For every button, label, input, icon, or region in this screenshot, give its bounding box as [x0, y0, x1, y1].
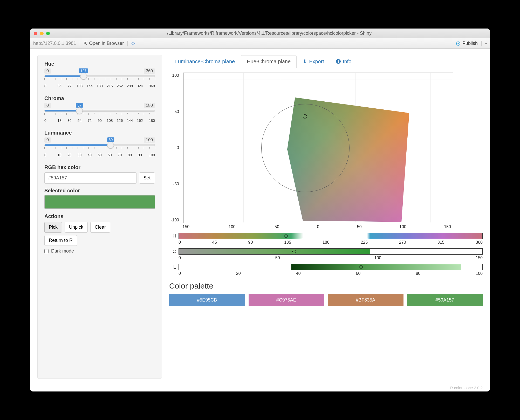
- tab-info-label: Info: [343, 59, 351, 65]
- luminance-value-bubble: 60: [107, 137, 114, 142]
- titlebar: /Library/Frameworks/R.framework/Versions…: [30, 29, 490, 38]
- hex-input[interactable]: [44, 172, 136, 184]
- return-button[interactable]: Return to R: [44, 235, 77, 246]
- tab-export[interactable]: ⬇ Export: [297, 55, 330, 68]
- open-in-browser-label: Open in Browser: [89, 41, 124, 46]
- actions-row: Pick Unpick Clear: [44, 222, 155, 233]
- clear-button[interactable]: Clear: [90, 222, 110, 233]
- h-bar[interactable]: [179, 233, 483, 239]
- dark-mode-toggle[interactable]: Dark mode: [44, 248, 155, 254]
- external-icon: ⇱: [84, 41, 87, 46]
- open-in-browser-button[interactable]: ⇱ Open in Browser: [84, 41, 124, 46]
- publish-button[interactable]: Publish: [456, 41, 478, 46]
- toolbar-separator: [481, 41, 482, 46]
- tabs: Luminance-Chroma plane Hue-Chroma plane …: [169, 55, 483, 68]
- pick-button[interactable]: Pick: [44, 222, 62, 233]
- close-icon[interactable]: [34, 32, 37, 35]
- c-bar-label: C: [169, 249, 176, 254]
- luminance-ticks: 0102030405060708090100: [44, 153, 155, 157]
- palette-row: #5E95CB#C975AE#BF835A#59A157: [169, 294, 483, 306]
- c-bar-ticks: 050100150: [179, 255, 483, 260]
- hue-min: 0: [44, 68, 51, 74]
- c-bar[interactable]: [179, 248, 483, 255]
- selected-point-marker: [303, 114, 307, 118]
- info-icon: i: [336, 59, 341, 64]
- plot-area: 100 50 0 -50 -100: [169, 73, 483, 223]
- luminance-max: 100: [144, 137, 155, 143]
- chroma-label: Chroma: [44, 95, 155, 101]
- hue-slider[interactable]: 127 03672108144180216252288324360: [44, 75, 155, 88]
- palette-swatch[interactable]: #BF835A: [328, 294, 403, 306]
- refresh-icon[interactable]: ⟳: [131, 40, 136, 47]
- c-bar-row: C: [169, 248, 483, 255]
- zoom-icon[interactable]: [46, 32, 50, 35]
- chroma-slider[interactable]: 57 01836547290108126144162180: [44, 110, 155, 123]
- l-bar[interactable]: [179, 264, 483, 270]
- toolbar: http://127.0.0.1:3981 ⇱ Open in Browser …: [30, 38, 490, 49]
- palette-title: Color palette: [169, 282, 483, 290]
- chroma-value-bubble: 57: [76, 103, 83, 108]
- luminance-slider[interactable]: 60 0102030405060708090100: [44, 144, 155, 157]
- l-bar-ticks: 020406080100: [179, 270, 483, 276]
- chroma-max: 180: [144, 103, 155, 108]
- set-button[interactable]: Set: [139, 172, 155, 184]
- selected-color-label: Selected color: [44, 188, 155, 194]
- download-icon: ⬇: [303, 58, 307, 65]
- luminance-label: Luminance: [44, 130, 155, 136]
- palette-swatch[interactable]: #5E95CB: [169, 294, 245, 306]
- palette-swatch[interactable]: #C975AE: [249, 294, 324, 306]
- publish-label: Publish: [462, 41, 478, 46]
- chroma-ticks: 01836547290108126144162180: [44, 118, 155, 123]
- tab-luminance-chroma[interactable]: Luminance-Chroma plane: [169, 55, 241, 68]
- l-bar-label: L: [169, 264, 176, 270]
- sidebar: Hue 0 360 127 03672108144180216252288324…: [37, 55, 162, 379]
- main-panel: Luminance-Chroma plane Hue-Chroma plane …: [169, 55, 483, 379]
- actions-label: Actions: [44, 213, 155, 219]
- tab-info[interactable]: i Info: [330, 55, 357, 68]
- content: Hue 0 360 127 03672108144180216252288324…: [30, 49, 490, 384]
- footer-version: R colorspace 2.0.2: [30, 384, 490, 391]
- url-text: http://127.0.0.1:3981: [33, 41, 76, 46]
- chroma-tickmarks: [44, 113, 155, 115]
- chevron-down-icon[interactable]: ▾: [485, 42, 487, 45]
- luminance-min: 0: [44, 137, 51, 143]
- publish-icon: [456, 41, 461, 46]
- plot-yaxis: 100 50 0 -50 -100: [169, 73, 181, 223]
- chroma-min: 0: [44, 103, 51, 108]
- dark-mode-label: Dark mode: [51, 248, 74, 254]
- hue-tickmarks: [44, 78, 155, 80]
- app-window: /Library/Frameworks/R.framework/Versions…: [30, 29, 490, 391]
- h-bar-ticks: 04590135180225270315360: [179, 239, 483, 245]
- plot-xaxis: -150-100-50050100150: [181, 223, 451, 229]
- chroma-range: 0 180: [44, 103, 155, 108]
- toolbar-separator: [127, 41, 128, 46]
- luminance-range: 0 100: [44, 137, 155, 143]
- h-bar-label: H: [169, 233, 176, 239]
- tab-hue-chroma[interactable]: Hue-Chroma plane: [241, 55, 297, 68]
- window-title: /Library/Frameworks/R.framework/Versions…: [52, 31, 486, 36]
- luminance-tickmarks: [44, 147, 155, 149]
- l-bar-row: L: [169, 264, 483, 270]
- tab-export-label: Export: [309, 59, 324, 65]
- hue-chroma-plot[interactable]: [183, 73, 453, 223]
- h-bar-row: H: [169, 233, 483, 239]
- unpick-button[interactable]: Unpick: [65, 222, 88, 233]
- toolbar-separator: [80, 41, 80, 46]
- hex-label: RGB hex color: [44, 164, 155, 170]
- hue-ticks: 03672108144180216252288324360: [44, 84, 155, 88]
- svg-point-1: [457, 43, 459, 44]
- palette-swatch[interactable]: #59A157: [407, 294, 483, 306]
- selected-color-swatch: [44, 195, 155, 209]
- hue-label: Hue: [44, 61, 155, 67]
- minimize-icon[interactable]: [40, 32, 44, 35]
- hue-value-bubble: 127: [79, 68, 88, 73]
- dark-mode-checkbox[interactable]: [44, 249, 49, 253]
- hue-range: 0 360: [44, 68, 155, 74]
- hue-max: 360: [144, 68, 155, 74]
